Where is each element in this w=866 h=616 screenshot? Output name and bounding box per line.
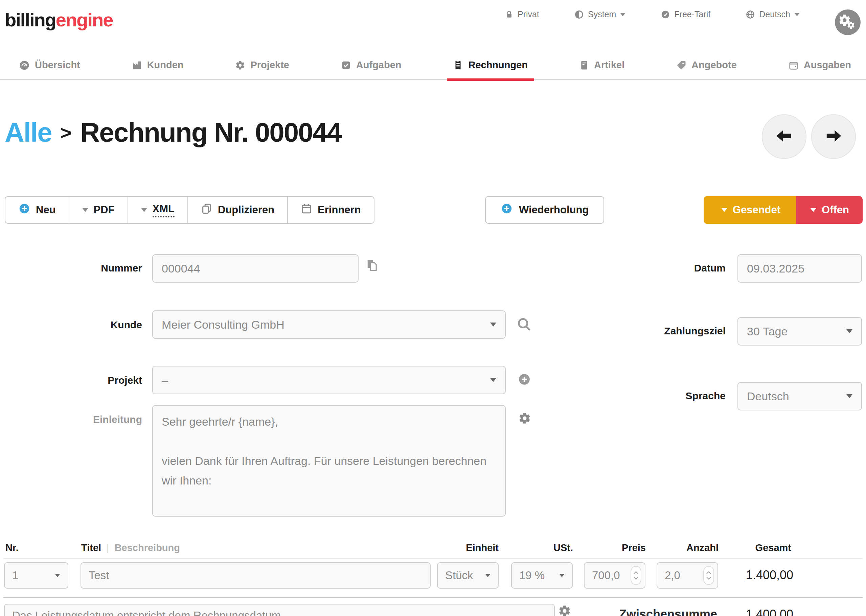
- col-header-nr: Nr.: [5, 542, 19, 553]
- globe-icon: [746, 10, 755, 19]
- recurring-button[interactable]: Wiederholung: [485, 196, 604, 224]
- col-header-ust: USt.: [553, 542, 573, 553]
- invoices-icon: [453, 60, 463, 70]
- system-menu[interactable]: System: [575, 9, 625, 19]
- tab-uebersicht[interactable]: Übersicht: [19, 51, 80, 79]
- header-separator: |: [107, 542, 109, 553]
- account-bar: Privat System Free-Tarif Deutsch: [505, 0, 861, 35]
- tab-label: Artikel: [594, 60, 625, 71]
- recurring-label: Wiederholung: [519, 204, 589, 216]
- language-label: Deutsch: [759, 9, 790, 19]
- row-einheit-value: Stück: [445, 569, 473, 582]
- chevron-down-icon: [485, 574, 491, 577]
- tab-ausgaben[interactable]: Ausgaben: [789, 51, 851, 79]
- tab-label: Übersicht: [35, 60, 80, 71]
- pdf-label: PDF: [94, 204, 115, 216]
- language-menu[interactable]: Deutsch: [746, 9, 800, 19]
- chevron-down-icon: [141, 208, 147, 212]
- xml-button[interactable]: XML: [128, 197, 187, 223]
- arrow-right-icon: [824, 127, 842, 146]
- row-preis-stepper[interactable]: 700,0: [584, 562, 646, 589]
- row-einheit-select[interactable]: Stück: [437, 562, 499, 589]
- copy-icon[interactable]: [365, 258, 379, 274]
- customers-icon: [132, 60, 142, 70]
- chevron-down-icon: [490, 378, 496, 382]
- open-label: Offen: [822, 204, 849, 216]
- tab-angebote[interactable]: Angebote: [676, 51, 737, 79]
- col-header-anzahl: Anzahl: [687, 542, 718, 553]
- kunde-label: Kunde: [0, 319, 142, 331]
- datum-input[interactable]: 09.03.2025: [737, 254, 862, 283]
- privat-indicator[interactable]: Privat: [505, 9, 539, 19]
- breadcrumb-separator: >: [61, 122, 72, 144]
- sent-status-button[interactable]: Gesendet: [704, 196, 796, 224]
- lock-icon: [505, 10, 513, 19]
- zahlungsziel-label: Zahlungsziel: [575, 325, 726, 337]
- duplicate-button[interactable]: Duplizieren: [187, 197, 287, 223]
- next-invoice-button[interactable]: [811, 114, 856, 159]
- tab-label: Ausgaben: [804, 60, 851, 71]
- zahlungsziel-select[interactable]: 30 Tage: [737, 317, 862, 346]
- tab-label: Kunden: [147, 60, 184, 71]
- main-nav: Übersicht Kunden Projekte Aufgaben Rechn…: [0, 51, 866, 80]
- projekt-select[interactable]: –: [152, 366, 506, 394]
- row-gesamt-value: 1.400,00: [746, 568, 793, 582]
- nummer-input[interactable]: 000044: [152, 254, 359, 283]
- tab-kunden[interactable]: Kunden: [132, 51, 184, 79]
- chevron-down-icon: [82, 208, 88, 212]
- row-titel-input[interactable]: Test: [80, 562, 431, 589]
- chevron-down-icon: [55, 574, 60, 577]
- logo-text-red: engine: [56, 9, 113, 30]
- pdf-button[interactable]: PDF: [69, 197, 128, 223]
- previous-invoice-button[interactable]: [762, 114, 806, 159]
- settings-button[interactable]: [835, 9, 861, 35]
- open-status-button[interactable]: Offen: [796, 196, 863, 224]
- expenses-icon: [789, 60, 799, 70]
- row-nr-value: 1: [12, 569, 18, 582]
- projects-icon: [235, 60, 245, 70]
- new-button[interactable]: Neu: [5, 197, 69, 223]
- tarif-label: Free-Tarif: [674, 9, 710, 19]
- tarif-indicator[interactable]: Free-Tarif: [661, 9, 710, 19]
- invoice-page: billingengine Privat System Free-Tarif D…: [0, 0, 866, 616]
- duplicate-label: Duplizieren: [218, 204, 274, 216]
- row-preis-value: 700,0: [592, 569, 620, 582]
- spinner-arrows-icon[interactable]: [631, 566, 641, 585]
- breadcrumb-parent-link[interactable]: Alle: [5, 117, 52, 148]
- tab-artikel[interactable]: Artikel: [579, 51, 625, 79]
- col-header-einheit: Einheit: [466, 542, 499, 553]
- chevron-down-icon: [794, 13, 800, 16]
- settings-gear-icon[interactable]: [518, 412, 531, 426]
- tab-label: Rechnungen: [468, 60, 528, 71]
- add-project-icon[interactable]: [518, 372, 531, 387]
- tab-aufgaben[interactable]: Aufgaben: [341, 51, 402, 79]
- settings-gear-icon[interactable]: [558, 605, 571, 616]
- einleitung-textarea[interactable]: Sehr geehrte/r {name}, vielen Dank für I…: [152, 405, 506, 517]
- chevron-down-icon: [559, 574, 565, 577]
- system-label: System: [588, 9, 616, 19]
- row-beschreibung-textarea[interactable]: Das Leistungsdatum entspricht dem Rechnu…: [4, 604, 555, 616]
- badge-check-icon: [661, 10, 670, 19]
- row-ust-value: 19 %: [519, 569, 545, 582]
- remind-button[interactable]: Erinnern: [287, 197, 373, 223]
- row-nr-select[interactable]: 1: [4, 562, 68, 589]
- logo-text-black: billing: [5, 9, 56, 30]
- contrast-icon: [575, 10, 584, 19]
- col-header-preis: Preis: [622, 542, 646, 553]
- spinner-arrows-icon[interactable]: [703, 566, 714, 585]
- dashboard-icon: [19, 60, 30, 71]
- row-divider: [3, 597, 863, 598]
- col-header-gesamt: Gesamt: [756, 542, 791, 553]
- row-ust-select[interactable]: 19 %: [511, 562, 573, 589]
- app-logo[interactable]: billingengine: [5, 9, 113, 31]
- duplicate-icon: [201, 203, 213, 217]
- sprache-select[interactable]: Deutsch: [737, 382, 862, 410]
- tab-rechnungen[interactable]: Rechnungen: [453, 51, 528, 79]
- kunde-select[interactable]: Meier Consulting GmbH: [152, 310, 506, 339]
- search-icon[interactable]: [516, 316, 532, 333]
- tasks-icon: [341, 60, 351, 70]
- row-anzahl-stepper[interactable]: 2,0: [657, 562, 718, 589]
- plus-circle-icon: [18, 203, 30, 217]
- tab-projekte[interactable]: Projekte: [235, 51, 289, 79]
- chevron-down-icon: [620, 13, 625, 16]
